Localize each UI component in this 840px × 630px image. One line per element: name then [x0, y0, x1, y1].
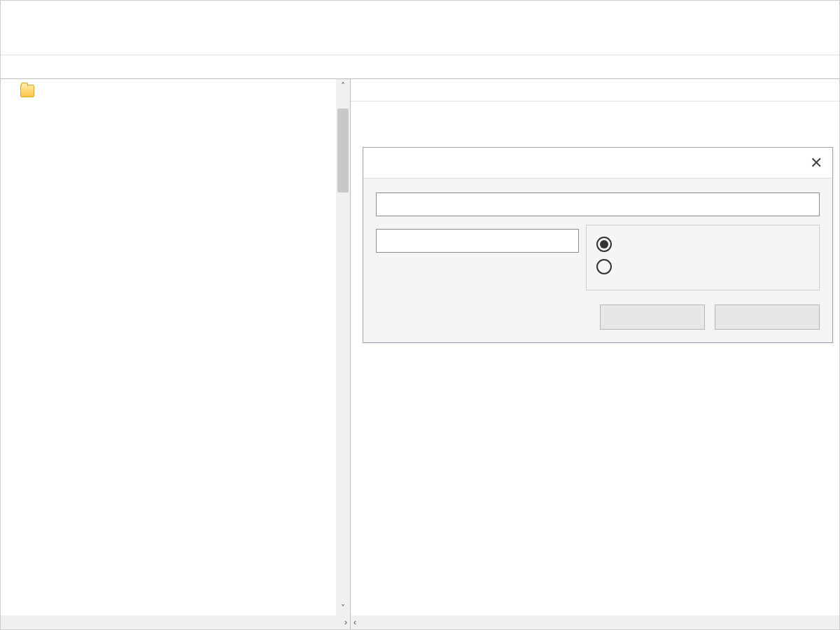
scroll-right-button[interactable]: › [344, 617, 347, 627]
edit-qword-dialog: ✕ [363, 147, 833, 343]
radio-hexadecimal[interactable] [596, 237, 809, 252]
folder-icon [20, 85, 34, 97]
list-header [351, 79, 839, 102]
dialog-body [363, 178, 832, 342]
cancel-button[interactable] [715, 304, 820, 330]
list-horizontal-scrollbar[interactable]: ‹ [351, 615, 839, 629]
registry-tree[interactable] [1, 79, 350, 629]
dialog-titlebar: ✕ [363, 148, 832, 178]
tree-node-control[interactable] [1, 79, 350, 103]
radio-dec-indicator [596, 259, 612, 274]
base-groupbox [586, 225, 820, 290]
scroll-thumb[interactable] [337, 108, 349, 192]
scroll-down-button[interactable]: ˅ [336, 601, 350, 615]
address-bar [1, 55, 839, 79]
scroll-up-button[interactable]: ˄ [336, 79, 350, 93]
address-input[interactable] [1, 57, 839, 77]
menubar [1, 31, 839, 55]
radio-decimal[interactable] [596, 259, 809, 274]
tree-horizontal-scrollbar[interactable]: › [1, 615, 350, 629]
radio-hex-indicator [596, 237, 612, 252]
tree-vertical-scrollbar[interactable]: ˄ ˅ [336, 79, 350, 615]
value-data-input[interactable] [376, 229, 579, 253]
titlebar [1, 1, 839, 31]
ok-button[interactable] [600, 304, 705, 330]
value-name-input[interactable] [376, 192, 820, 216]
tree-pane: ˄ ˅ › [1, 79, 351, 629]
close-icon[interactable]: ✕ [810, 154, 822, 172]
scroll-left-button[interactable]: ‹ [354, 617, 356, 627]
